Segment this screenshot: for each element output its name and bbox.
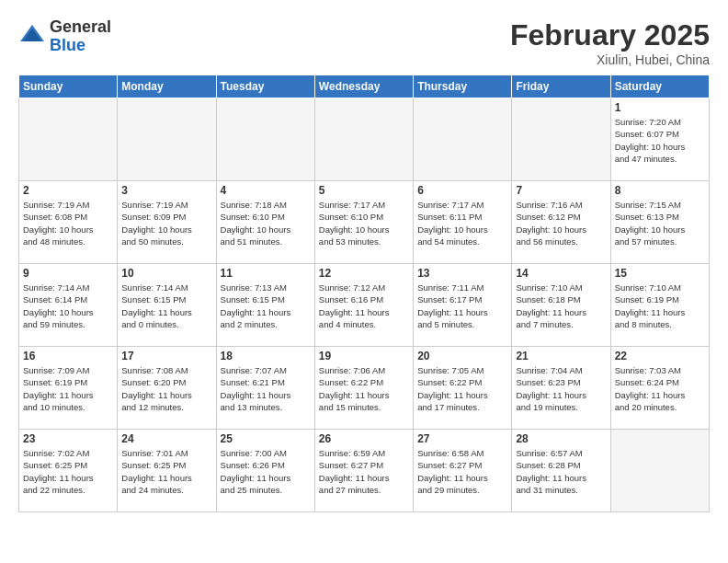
day-cell: 27Sunrise: 6:58 AM Sunset: 6:27 PM Dayli… bbox=[414, 430, 512, 512]
day-cell: 11Sunrise: 7:13 AM Sunset: 6:15 PM Dayli… bbox=[216, 264, 314, 347]
day-info: Sunrise: 7:19 AM Sunset: 6:09 PM Dayligh… bbox=[121, 199, 211, 247]
day-number: 12 bbox=[319, 267, 409, 280]
day-cell: 5Sunrise: 7:17 AM Sunset: 6:10 PM Daylig… bbox=[314, 181, 413, 264]
day-number: 20 bbox=[417, 350, 507, 362]
col-header-monday: Monday bbox=[118, 75, 216, 98]
day-cell bbox=[610, 430, 709, 512]
day-info: Sunrise: 6:59 AM Sunset: 6:27 PM Dayligh… bbox=[319, 447, 409, 496]
day-number: 17 bbox=[121, 350, 211, 362]
day-info: Sunrise: 7:10 AM Sunset: 6:19 PM Dayligh… bbox=[615, 282, 705, 330]
day-info: Sunrise: 7:00 AM Sunset: 6:26 PM Dayligh… bbox=[221, 447, 311, 496]
day-cell: 6Sunrise: 7:17 AM Sunset: 6:11 PM Daylig… bbox=[414, 181, 512, 264]
day-number: 10 bbox=[121, 267, 211, 280]
day-cell: 20Sunrise: 7:05 AM Sunset: 6:22 PM Dayli… bbox=[414, 347, 512, 430]
title-block: February 2025 Xiulin, Hubei, China bbox=[510, 18, 710, 67]
day-number: 13 bbox=[417, 267, 507, 280]
day-number: 11 bbox=[221, 267, 311, 280]
day-info: Sunrise: 7:18 AM Sunset: 6:10 PM Dayligh… bbox=[221, 199, 311, 247]
day-info: Sunrise: 7:07 AM Sunset: 6:21 PM Dayligh… bbox=[221, 364, 311, 413]
logo-text: General Blue bbox=[50, 18, 111, 55]
day-cell bbox=[512, 98, 610, 181]
day-cell: 3Sunrise: 7:19 AM Sunset: 6:09 PM Daylig… bbox=[118, 181, 216, 264]
day-number: 14 bbox=[516, 267, 606, 280]
day-cell: 10Sunrise: 7:14 AM Sunset: 6:15 PM Dayli… bbox=[118, 264, 216, 347]
day-number: 3 bbox=[121, 184, 211, 197]
logo-icon bbox=[18, 23, 46, 51]
day-info: Sunrise: 7:06 AM Sunset: 6:22 PM Dayligh… bbox=[319, 364, 409, 413]
day-info: Sunrise: 6:57 AM Sunset: 6:28 PM Dayligh… bbox=[516, 447, 606, 496]
logo: General Blue bbox=[18, 18, 111, 55]
day-number: 2 bbox=[23, 184, 113, 197]
day-info: Sunrise: 7:08 AM Sunset: 6:20 PM Dayligh… bbox=[121, 364, 211, 413]
day-info: Sunrise: 7:04 AM Sunset: 6:23 PM Dayligh… bbox=[516, 364, 606, 413]
day-cell: 18Sunrise: 7:07 AM Sunset: 6:21 PM Dayli… bbox=[216, 347, 314, 430]
day-cell: 17Sunrise: 7:08 AM Sunset: 6:20 PM Dayli… bbox=[118, 347, 216, 430]
day-cell: 23Sunrise: 7:02 AM Sunset: 6:25 PM Dayli… bbox=[19, 430, 118, 512]
day-cell bbox=[118, 98, 216, 181]
day-info: Sunrise: 7:05 AM Sunset: 6:22 PM Dayligh… bbox=[417, 364, 507, 413]
day-info: Sunrise: 7:03 AM Sunset: 6:24 PM Dayligh… bbox=[615, 364, 705, 413]
day-cell bbox=[216, 98, 314, 181]
day-info: Sunrise: 7:02 AM Sunset: 6:25 PM Dayligh… bbox=[23, 447, 113, 496]
day-info: Sunrise: 7:13 AM Sunset: 6:15 PM Dayligh… bbox=[221, 282, 311, 330]
day-info: Sunrise: 7:12 AM Sunset: 6:16 PM Dayligh… bbox=[319, 282, 409, 330]
day-cell: 2Sunrise: 7:19 AM Sunset: 6:08 PM Daylig… bbox=[19, 181, 118, 264]
day-number: 8 bbox=[615, 184, 705, 197]
page-header: General Blue February 2025 Xiulin, Hubei… bbox=[18, 18, 710, 67]
day-info: Sunrise: 7:10 AM Sunset: 6:18 PM Dayligh… bbox=[516, 282, 606, 330]
day-info: Sunrise: 7:17 AM Sunset: 6:10 PM Dayligh… bbox=[319, 199, 409, 247]
day-number: 6 bbox=[417, 184, 507, 197]
day-cell: 1Sunrise: 7:20 AM Sunset: 6:07 PM Daylig… bbox=[610, 98, 709, 181]
day-number: 15 bbox=[615, 267, 705, 280]
day-number: 4 bbox=[221, 184, 311, 197]
day-cell: 15Sunrise: 7:10 AM Sunset: 6:19 PM Dayli… bbox=[610, 264, 709, 347]
col-header-sunday: Sunday bbox=[19, 75, 118, 98]
day-info: Sunrise: 7:19 AM Sunset: 6:08 PM Dayligh… bbox=[23, 199, 113, 247]
day-number: 26 bbox=[319, 432, 409, 445]
calendar-header-row: SundayMondayTuesdayWednesdayThursdayFrid… bbox=[19, 75, 710, 98]
col-header-tuesday: Tuesday bbox=[216, 75, 314, 98]
day-info: Sunrise: 7:16 AM Sunset: 6:12 PM Dayligh… bbox=[516, 199, 606, 247]
day-info: Sunrise: 7:09 AM Sunset: 6:19 PM Dayligh… bbox=[23, 364, 113, 413]
day-number: 19 bbox=[319, 350, 409, 362]
day-cell: 7Sunrise: 7:16 AM Sunset: 6:12 PM Daylig… bbox=[512, 181, 610, 264]
month-title: February 2025 bbox=[510, 18, 710, 52]
day-cell: 9Sunrise: 7:14 AM Sunset: 6:14 PM Daylig… bbox=[19, 264, 118, 347]
week-row-2: 9Sunrise: 7:14 AM Sunset: 6:14 PM Daylig… bbox=[19, 264, 710, 347]
logo-general: General bbox=[50, 17, 111, 36]
day-cell: 22Sunrise: 7:03 AM Sunset: 6:24 PM Dayli… bbox=[610, 347, 709, 430]
day-number: 16 bbox=[23, 350, 113, 362]
day-info: Sunrise: 7:01 AM Sunset: 6:25 PM Dayligh… bbox=[121, 447, 211, 496]
day-info: Sunrise: 7:11 AM Sunset: 6:17 PM Dayligh… bbox=[417, 282, 507, 330]
day-number: 24 bbox=[121, 432, 211, 445]
day-cell bbox=[19, 98, 118, 181]
day-number: 1 bbox=[615, 101, 705, 114]
day-number: 25 bbox=[221, 432, 311, 445]
calendar: SundayMondayTuesdayWednesdayThursdayFrid… bbox=[18, 75, 710, 512]
week-row-0: 1Sunrise: 7:20 AM Sunset: 6:07 PM Daylig… bbox=[19, 98, 710, 181]
day-cell bbox=[414, 98, 512, 181]
day-number: 5 bbox=[319, 184, 409, 197]
col-header-thursday: Thursday bbox=[414, 75, 512, 98]
day-number: 27 bbox=[417, 432, 507, 445]
week-row-1: 2Sunrise: 7:19 AM Sunset: 6:08 PM Daylig… bbox=[19, 181, 710, 264]
day-number: 28 bbox=[516, 432, 606, 445]
day-info: Sunrise: 6:58 AM Sunset: 6:27 PM Dayligh… bbox=[417, 447, 507, 496]
day-info: Sunrise: 7:15 AM Sunset: 6:13 PM Dayligh… bbox=[615, 199, 705, 247]
day-number: 18 bbox=[221, 350, 311, 362]
col-header-saturday: Saturday bbox=[610, 75, 709, 98]
day-number: 22 bbox=[615, 350, 705, 362]
day-cell: 4Sunrise: 7:18 AM Sunset: 6:10 PM Daylig… bbox=[216, 181, 314, 264]
day-cell: 14Sunrise: 7:10 AM Sunset: 6:18 PM Dayli… bbox=[512, 264, 610, 347]
logo-blue: Blue bbox=[50, 36, 85, 54]
day-cell: 12Sunrise: 7:12 AM Sunset: 6:16 PM Dayli… bbox=[314, 264, 413, 347]
day-info: Sunrise: 7:14 AM Sunset: 6:15 PM Dayligh… bbox=[121, 282, 211, 330]
day-cell: 21Sunrise: 7:04 AM Sunset: 6:23 PM Dayli… bbox=[512, 347, 610, 430]
day-number: 9 bbox=[23, 267, 113, 280]
day-cell: 13Sunrise: 7:11 AM Sunset: 6:17 PM Dayli… bbox=[414, 264, 512, 347]
day-cell: 26Sunrise: 6:59 AM Sunset: 6:27 PM Dayli… bbox=[314, 430, 413, 512]
day-cell: 8Sunrise: 7:15 AM Sunset: 6:13 PM Daylig… bbox=[610, 181, 709, 264]
day-number: 7 bbox=[516, 184, 606, 197]
col-header-friday: Friday bbox=[512, 75, 610, 98]
day-number: 21 bbox=[516, 350, 606, 362]
